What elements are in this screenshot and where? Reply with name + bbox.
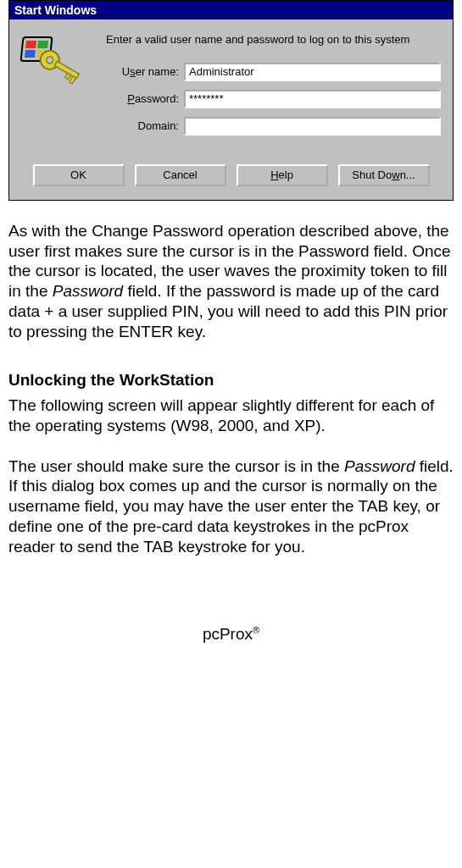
username-row: User name:: [106, 63, 441, 81]
username-input[interactable]: [184, 63, 441, 81]
paragraph-3: The user should make sure the cursor is …: [8, 456, 454, 557]
section-heading: Unlocking the WorkStation: [8, 370, 454, 390]
domain-input[interactable]: [184, 117, 441, 135]
dialog-title: Start Windows: [14, 3, 97, 17]
username-label: User name:: [106, 65, 184, 78]
domain-label: Domain:: [106, 119, 184, 132]
paragraph-2: The following screen will appear slightl…: [8, 395, 454, 436]
password-input[interactable]: [184, 90, 441, 108]
password-label: Password:: [106, 92, 184, 105]
help-button[interactable]: Help: [237, 164, 328, 186]
shutdown-button[interactable]: Shut Down...: [338, 164, 430, 186]
dialog-instruction: Enter a valid user name and password to …: [106, 33, 441, 47]
dialog-button-row: OK Cancel Help Shut Down...: [9, 149, 453, 200]
ok-button[interactable]: OK: [33, 164, 125, 186]
dialog-titlebar: Start Windows: [9, 1, 453, 19]
svg-rect-3: [65, 73, 70, 79]
document-body: As with the Change Password operation de…: [7, 221, 455, 644]
svg-rect-4: [70, 76, 75, 84]
paragraph-1: As with the Change Password operation de…: [8, 221, 454, 342]
windows-key-icon: [21, 36, 87, 89]
password-row: Password:: [106, 90, 441, 108]
dialog-icon-column: [21, 33, 94, 144]
domain-row: Domain:: [106, 117, 441, 135]
page-footer: pcProx®: [8, 624, 454, 644]
logon-dialog: Start Windows: [8, 0, 454, 201]
cancel-button[interactable]: Cancel: [135, 164, 226, 186]
key-icon: [35, 50, 87, 91]
